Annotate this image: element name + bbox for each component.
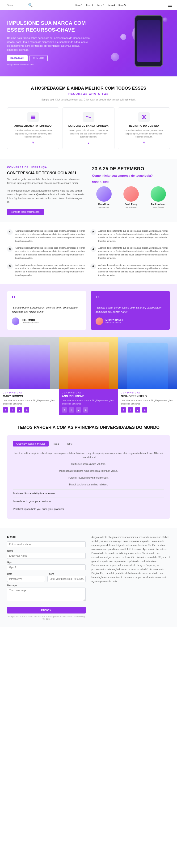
num-badge-1: 1 bbox=[7, 229, 13, 235]
phone-group: Phone bbox=[48, 573, 85, 582]
profile-info-3: UMA DIRETORA NINA GREENFIELD Cras vitae … bbox=[118, 389, 177, 415]
facebook-icon-1[interactable]: f bbox=[3, 407, 8, 412]
conf-right-title: Como iniciar sua empresa de tecnologia? bbox=[92, 174, 170, 177]
linkedin-icon-1[interactable]: in bbox=[24, 407, 29, 412]
team-role-1: Sample text bbox=[92, 206, 116, 209]
profile-desc-1: Cras vitae eros ante at purus at fringil… bbox=[3, 399, 56, 405]
quote-mark-1: " bbox=[12, 296, 81, 303]
hero-secondary-btn[interactable]: CONTATO bbox=[30, 55, 48, 61]
hero-primary-btn[interactable]: SAIBA MAIS bbox=[7, 55, 28, 61]
profile-info-1: UMA DIRETORA MARY BROWN Cras vitae eros … bbox=[0, 389, 59, 415]
gym-group: Gym bbox=[7, 561, 86, 570]
partners-title: TEMOS PARCERIA COM AS PRINCIPAIS UNIVERS… bbox=[7, 425, 170, 430]
profile-label-3: UMA DIRETORA bbox=[121, 392, 174, 394]
tab-btn-2[interactable]: Tab 2 bbox=[50, 441, 62, 446]
team-members: David Lee Sample text Josh Perry Sample … bbox=[92, 186, 170, 209]
quote-text-1: "Sample quote. Lorem ipsum dolor sit ame… bbox=[12, 306, 81, 314]
profile-card-2: UMA DIRETORA ANN RICHMOND Cras vitae ero… bbox=[59, 337, 118, 415]
tab-btn-3[interactable]: Tab 3 bbox=[63, 441, 76, 446]
quote-author-info-2: MERRY KINNLY television media bbox=[106, 319, 123, 324]
course-item-3[interactable]: Practical tips to help you price your pr… bbox=[13, 505, 164, 513]
quote-card-2: " "Sample quote. Lorem ipsum dolor sit a… bbox=[91, 291, 170, 330]
contact-section: E-mail Name Gym Date Phone Message bbox=[0, 528, 177, 627]
profile-img-3 bbox=[118, 337, 177, 389]
team-name-2: Josh Perry bbox=[119, 203, 143, 206]
quote-card-1: " "Sample quote. Lorem ipsum dolor sit a… bbox=[7, 291, 86, 330]
gym-label: Gym bbox=[7, 561, 86, 564]
hero-decoration bbox=[97, 10, 177, 76]
conference-section: CONVERSA DE LIDERANÇA CONFERÊNCIA DE TEC… bbox=[0, 159, 177, 222]
social-icons-3: f 𝕏 ▶ in bbox=[121, 407, 174, 412]
nav-item-1[interactable]: Item 1 bbox=[76, 4, 83, 7]
item-text-3: Agência de recrutamento que se esforça p… bbox=[15, 246, 87, 260]
quote-author-name-2: MERRY KINNLY bbox=[106, 319, 123, 321]
twitter-icon-3[interactable]: 𝕏 bbox=[128, 407, 133, 412]
twitter-icon-2[interactable]: 𝕏 bbox=[69, 407, 74, 412]
partners-bullet2: Malesuada proin libero nunc consequat in… bbox=[13, 469, 164, 473]
profiles-section: UMA DIRETORA MARY BROWN Cras vitae eros … bbox=[0, 337, 177, 415]
course-item-2[interactable]: Learn how to grow your business bbox=[13, 497, 164, 505]
linkedin-icon-2[interactable]: in bbox=[83, 407, 88, 412]
nav-item-5[interactable]: Item 5 bbox=[118, 4, 126, 7]
partners-box: Credo a Website In Minutes Tab 2 Tab 3 I… bbox=[7, 435, 170, 519]
chevron-3-icon[interactable]: ∨ bbox=[122, 141, 166, 144]
contact-form: E-mail Name Gym Date Phone Message bbox=[7, 535, 86, 620]
profile-name-1: MARY BROWN bbox=[3, 395, 56, 398]
chevron-2-icon[interactable]: ∨ bbox=[66, 141, 111, 144]
facebook-icon-3[interactable]: f bbox=[121, 407, 126, 412]
hosting-subtitle: RECURSOS GRATUITOS bbox=[7, 92, 170, 96]
svg-rect-1 bbox=[31, 117, 35, 118]
search-bar[interactable]: 🔍 bbox=[5, 2, 33, 8]
domain-icon bbox=[138, 112, 150, 122]
nav-item-3[interactable]: Item 3 bbox=[97, 4, 104, 7]
chevron-1-icon[interactable]: ∨ bbox=[11, 141, 55, 144]
item-text-2: Agência de recrutamento que se esforça p… bbox=[98, 229, 170, 243]
numbered-grid: 1 Agência de recrutamento que se esforça… bbox=[7, 229, 170, 277]
youtube-icon-1[interactable]: ▶ bbox=[17, 407, 22, 412]
facebook-icon-2[interactable]: f bbox=[62, 407, 67, 412]
conf-body: Sed pulvinar grida hendrert felis. Fauci… bbox=[7, 178, 85, 204]
gym-input[interactable] bbox=[7, 564, 86, 570]
twitter-icon-1[interactable]: 𝕏 bbox=[10, 407, 15, 412]
avatar-david-lee bbox=[96, 186, 112, 202]
course-item-1[interactable]: Business Sustainability Management bbox=[13, 489, 164, 497]
nav-item-2[interactable]: Item 2 bbox=[86, 4, 93, 7]
avatar-josh-perry bbox=[123, 186, 139, 202]
phone-label: Phone bbox=[48, 573, 85, 575]
nav-item-4[interactable]: Item 4 bbox=[108, 4, 115, 7]
partners-content: Interdum velit suscipit in pellentesque … bbox=[13, 451, 164, 487]
linkedin-icon-3[interactable]: in bbox=[142, 407, 147, 412]
profile-img-1 bbox=[0, 337, 59, 389]
email-input[interactable] bbox=[7, 541, 86, 547]
quote-author-role-1: Divine Inspirations bbox=[22, 321, 39, 324]
team-member-1: David Lee Sample text bbox=[92, 186, 116, 209]
date-input[interactable] bbox=[7, 576, 45, 582]
tab-btn-1[interactable]: Credo a Website In Minutes bbox=[13, 441, 49, 446]
phone-mockup bbox=[135, 15, 163, 67]
num-badge-5: 5 bbox=[7, 264, 13, 269]
numbered-item-3: 3 Agência de recrutamento que se esforça… bbox=[7, 246, 87, 260]
submit-btn[interactable]: ENVOY bbox=[7, 607, 86, 614]
search-input[interactable] bbox=[7, 4, 28, 7]
conf-btn[interactable]: consulta Mais Informações bbox=[7, 209, 44, 215]
hero-description: De uma nota rápida sobre depois de ser a… bbox=[7, 36, 90, 52]
main-nav: Item 1 Item 2 Item 3 Item 4 Item 5 bbox=[76, 4, 126, 7]
profile-desc-3: Cras vitae eros ante at purus at fringil… bbox=[121, 399, 174, 405]
hamburger-menu[interactable] bbox=[168, 4, 172, 7]
youtube-icon-2[interactable]: ▶ bbox=[76, 407, 81, 412]
youtube-icon-3[interactable]: ▶ bbox=[135, 407, 140, 412]
partners-text: Interdum velit suscipit in pellentesque … bbox=[13, 451, 164, 459]
feature-1-title: ARMAZENAMENTO ILIMITADO bbox=[11, 125, 55, 127]
profile-name-2: ANN RICHMOND bbox=[62, 395, 115, 398]
phone-input[interactable] bbox=[48, 576, 85, 582]
feature-card-2: LARGURA DE BANDA ILIMITADA Lorem ipsum d… bbox=[63, 107, 115, 149]
quote-author-role-2: television media bbox=[106, 321, 123, 324]
hero-title: IMPULSIONE SUA MARCA COM ESSES RECURSOS-… bbox=[7, 20, 90, 33]
numbered-section: 1 Agência de recrutamento que se esforça… bbox=[0, 222, 177, 284]
name-input[interactable] bbox=[7, 553, 86, 559]
partners-bullet4: Blandit turpis cursus en hac habitant. bbox=[13, 483, 164, 487]
message-input[interactable] bbox=[7, 588, 86, 601]
social-icons-1: f 𝕏 ▶ in bbox=[3, 407, 56, 412]
team-name-3: Paul Hudson bbox=[146, 203, 170, 206]
storage-icon bbox=[27, 112, 39, 122]
